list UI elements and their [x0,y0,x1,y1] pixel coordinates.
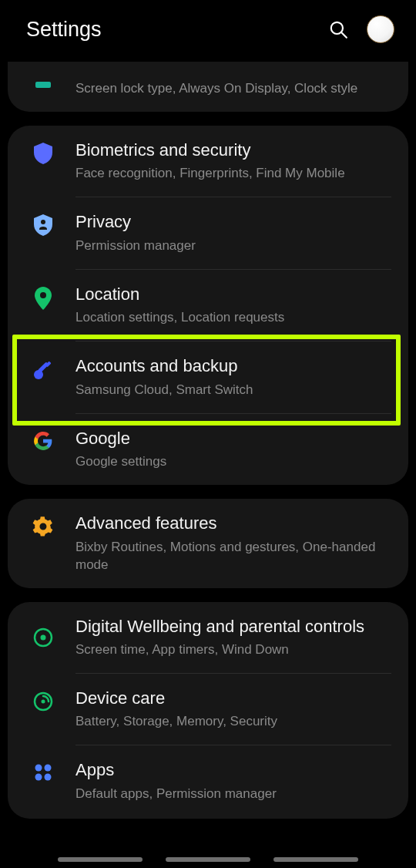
settings-item-apps[interactable]: Apps Default apps, Permission manager [8,745,408,816]
lockscreen-icon [25,80,62,88]
settings-group: Advanced features Bixby Routines, Motion… [8,499,408,587]
nav-home[interactable] [166,857,250,862]
item-title: Apps [75,759,393,781]
item-subtitle: Samsung Cloud, Smart Switch [75,382,393,399]
avatar[interactable] [367,15,394,43]
item-subtitle: Screen lock type, Always On Display, Clo… [75,80,393,98]
item-subtitle: Default apps, Permission manager [75,786,393,803]
key-icon [25,355,62,382]
svg-line-1 [341,32,347,38]
item-subtitle: Google settings [75,453,393,471]
settings-item-biometrics[interactable]: Biometrics and security Face recognition… [8,126,408,197]
nav-recents[interactable] [58,857,143,862]
item-subtitle: Location settings, Location requests [75,309,393,327]
item-title: Location [75,284,393,305]
item-subtitle: Screen time, App timers, Wind Down [75,641,393,659]
settings-item-device-care[interactable]: Device care Battery, Storage, Memory, Se… [8,674,408,745]
item-title: Google [75,428,393,449]
header: Settings [0,0,416,62]
svg-point-12 [45,765,52,772]
device-care-icon [25,688,62,712]
gear-icon [25,513,62,537]
google-icon [25,428,62,451]
item-subtitle: Bixby Routines, Motions and gestures, On… [75,539,393,574]
settings-group: Screen lock type, Always On Display, Clo… [8,62,408,112]
item-title: Privacy [75,211,393,233]
wellbeing-icon [25,616,62,648]
settings-item-advanced-features[interactable]: Advanced features Bixby Routines, Motion… [8,499,408,587]
item-title: Biometrics and security [75,140,393,161]
svg-point-8 [41,634,46,640]
item-subtitle: Permission manager [75,237,393,255]
privacy-icon [25,211,62,236]
settings-item-lockscreen[interactable]: Screen lock type, Always On Display, Clo… [8,66,408,112]
nav-back[interactable] [273,857,358,862]
svg-point-11 [35,765,42,772]
settings-item-google[interactable]: Google Google settings [8,414,408,485]
search-icon[interactable] [328,19,348,39]
item-title: Advanced features [75,513,393,534]
item-title: Device care [75,688,393,709]
nav-bar [0,857,416,862]
apps-grid-icon [25,759,62,782]
settings-group: Digital Wellbeing and parental controls … [8,602,408,819]
settings-item-location[interactable]: Location Location settings, Location req… [8,270,408,341]
item-title: Accounts and backup [75,355,393,377]
settings-item-privacy[interactable]: Privacy Permission manager [8,197,408,268]
svg-point-14 [45,774,52,781]
svg-point-10 [42,699,45,703]
shield-icon [25,140,62,164]
item-subtitle: Battery, Storage, Memory, Security [75,713,393,731]
item-subtitle: Face recognition, Fingerprints, Find My … [75,165,393,183]
location-pin-icon [25,284,62,310]
settings-item-digital-wellbeing[interactable]: Digital Wellbeing and parental controls … [8,602,408,673]
settings-group: Biometrics and security Face recognition… [8,126,408,485]
settings-item-accounts-backup[interactable]: Accounts and backup Samsung Cloud, Smart… [8,341,408,412]
svg-point-2 [41,220,45,224]
header-actions [328,15,394,43]
page-title: Settings [26,18,102,42]
svg-point-13 [35,774,42,781]
item-title: Digital Wellbeing and parental controls [75,616,393,638]
svg-point-3 [40,292,46,298]
